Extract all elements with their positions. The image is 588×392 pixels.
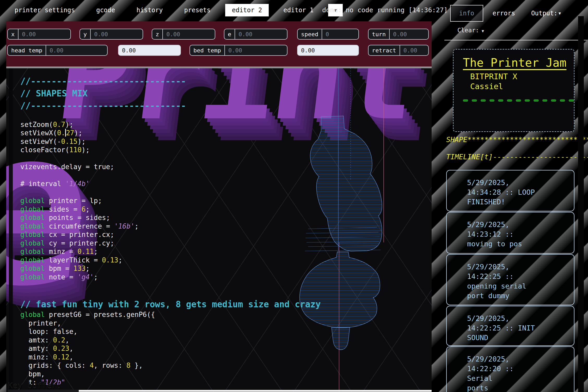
- run-status-text: done: no code running [14:36:27]: [322, 6, 448, 14]
- head-temp-field[interactable]: head temp 0.00: [7, 45, 108, 56]
- turn-label: turn: [369, 29, 390, 39]
- code-line: global bpm = 133;: [20, 264, 321, 273]
- code-line: t: "1/2b": [20, 378, 321, 387]
- green-dash: [542, 99, 548, 102]
- tab-presets[interactable]: presets: [177, 4, 217, 16]
- code-line: //------------------------------: [20, 100, 321, 112]
- head-temp-display[interactable]: 0.00: [118, 45, 181, 56]
- timeline-entry[interactable]: 5/29/2025, 14:23:12 :: moving to pos: [446, 212, 574, 254]
- editor-canvas[interactable]: Print e //------------------------------: [6, 68, 432, 392]
- code-line: bpm,: [20, 370, 321, 378]
- wireframe-foot: [332, 327, 350, 350]
- bed-temp-label: bed temp: [190, 45, 225, 55]
- timeline-entry[interactable]: 5/29/2025, 14:22:25 :: INIT SOUND: [446, 306, 574, 346]
- timeline-label: TIMELINE[t]: [446, 153, 493, 161]
- green-dash: [551, 99, 556, 102]
- code-line: global points = sides;: [20, 213, 321, 222]
- code-line: setZoom(0.7);: [20, 120, 321, 129]
- green-dash: [525, 99, 530, 102]
- green-dash: [472, 99, 477, 102]
- bed-temp-field[interactable]: bed temp 0.00: [189, 45, 287, 56]
- shape-section-header: SHAPE***********************************…: [446, 136, 588, 144]
- code-line: [20, 290, 321, 298]
- main-tab-bar: printer settings gcode history presets e…: [8, 4, 343, 16]
- y-label: y: [80, 29, 91, 39]
- green-dash: [463, 99, 468, 102]
- timeline-section-header: TIMELINE[t]-----------------------------…: [446, 153, 588, 161]
- key-buffer-label: Key buffer:: [8, 381, 61, 390]
- project-title: The Printer Jam: [463, 56, 574, 70]
- code-line: [20, 171, 321, 180]
- retract-value[interactable]: 0.00: [400, 45, 428, 55]
- sidebar-scrollbar[interactable]: [578, 16, 584, 392]
- sidebar-tab-info[interactable]: info: [450, 5, 483, 22]
- sidebar-divider: [444, 40, 587, 40]
- green-dash: [569, 99, 574, 102]
- settings-divider: [6, 66, 432, 68]
- code-line: global layerThick = 0.13;: [20, 256, 321, 265]
- x-label: x: [8, 29, 19, 39]
- code-line: [20, 188, 321, 197]
- bed-temp-display-value[interactable]: 0.00: [298, 45, 358, 55]
- bed-temp-value[interactable]: 0.00: [225, 45, 287, 55]
- x-field[interactable]: x 0.00: [7, 29, 71, 40]
- bed-temp-display[interactable]: 0.00: [297, 45, 359, 56]
- tab-editor-2[interactable]: editor 2: [225, 4, 269, 16]
- printer-settings-bar: x 0.00 y 0.00 z 0.00 e 0.00 speed 0 turn…: [6, 21, 432, 66]
- horizontal-scrollbar-track[interactable]: [8, 390, 79, 392]
- code-line: printer,: [20, 319, 321, 328]
- code-line: global minz = 0.11;: [20, 247, 321, 256]
- e-value[interactable]: 0.00: [235, 29, 287, 39]
- turn-field[interactable]: turn 0.00: [368, 29, 429, 40]
- green-progress-dashes: [463, 99, 574, 102]
- timeline-entry[interactable]: 5/29/2025, 14:22:20 :: Serial ports: [446, 346, 574, 392]
- speed-field[interactable]: speed 0: [297, 29, 359, 40]
- code-line: global sides = 6;: [20, 205, 321, 214]
- clear-control[interactable]: Clear:▼: [457, 27, 484, 34]
- code-line: amtx: 0.2,: [20, 336, 321, 345]
- green-dash: [516, 99, 521, 102]
- code-line: setViewY(-0.15);: [20, 137, 321, 146]
- code-line: global note = 'g4';: [20, 273, 321, 281]
- chevron-down-icon: ▼: [559, 11, 561, 16]
- head-temp-value[interactable]: 0.00: [46, 45, 107, 55]
- code-line: global cx = printer.cx;: [20, 230, 321, 239]
- code-line: minz: 0.12,: [20, 353, 321, 362]
- sidebar-tab-errors[interactable]: errors: [489, 5, 518, 22]
- output-label: Output:: [531, 10, 558, 17]
- horizontal-scrollbar-thumb[interactable]: [79, 390, 432, 392]
- code-line: [20, 281, 321, 290]
- project-subtitle-2: Cassiel: [463, 82, 574, 91]
- turn-value[interactable]: 0.00: [390, 29, 428, 39]
- code-line: // fast fun tiny with 2 rows, 8 gets med…: [20, 298, 321, 310]
- e-field[interactable]: e 0.00: [224, 29, 287, 40]
- z-field[interactable]: z 0.00: [152, 29, 215, 40]
- retract-field[interactable]: retract 0.00: [368, 45, 429, 56]
- tab-editor-1[interactable]: editor 1: [277, 4, 320, 16]
- speed-value[interactable]: 0: [322, 29, 358, 39]
- head-temp-label: head temp: [8, 45, 46, 55]
- head-temp-display-value[interactable]: 0.00: [119, 45, 180, 55]
- tab-history[interactable]: history: [130, 4, 169, 16]
- code-line: setViewX(0.27);: [20, 129, 321, 137]
- timeline-entry[interactable]: 5/29/2025, 14:22:25 :: opening serial po…: [446, 254, 574, 305]
- code-line: global presetG6 = presets.genP6({: [20, 310, 321, 319]
- code-line: loop: false,: [20, 327, 321, 336]
- x-value[interactable]: 0.00: [19, 29, 70, 39]
- green-dash: [481, 99, 486, 102]
- y-field[interactable]: y 0.00: [79, 29, 143, 40]
- project-info-card: The Printer Jam BITPRINT X Cassiel: [453, 49, 574, 132]
- tab-printer-settings[interactable]: printer settings: [8, 4, 82, 16]
- code-line: // SHAPES MIX: [20, 87, 321, 100]
- green-dash: [489, 99, 495, 102]
- timeline-entry[interactable]: 5/29/2025, 14:34:28 :: LOOP FINISHED!: [446, 170, 574, 211]
- z-value[interactable]: 0.00: [163, 29, 215, 39]
- sidebar-tab-output[interactable]: Output:▼: [529, 5, 563, 22]
- code-line: global printer = lp;: [20, 197, 321, 205]
- tab-gcode[interactable]: gcode: [89, 4, 122, 16]
- code-line: //------------------------------: [20, 75, 321, 87]
- project-subtitle-1: BITPRINT X: [463, 72, 574, 82]
- code-editor-text[interactable]: //------------------------------// SHAPE…: [20, 75, 321, 387]
- y-value[interactable]: 0.00: [91, 29, 143, 39]
- printer-jam-app: { "colors": { "maroon_bar": "#4c1120", "…: [0, 0, 588, 392]
